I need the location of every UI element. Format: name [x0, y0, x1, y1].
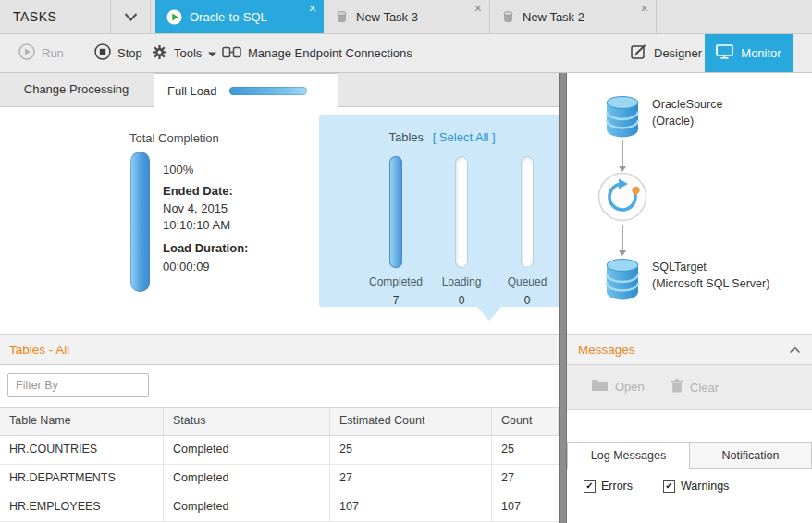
messages-tabs: Log Messages Notification — [567, 442, 812, 469]
clear-messages-button[interactable]: Clear — [671, 379, 719, 395]
cell-status: Completed — [164, 465, 330, 493]
queued-label: Queued — [488, 275, 566, 288]
run-label: Run — [42, 46, 64, 60]
cell-count: 25 — [492, 436, 559, 464]
warnings-label: Warnings — [681, 480, 729, 493]
connector-line — [622, 140, 623, 167]
trash-icon — [671, 379, 683, 395]
panel-splitter[interactable] — [559, 73, 567, 523]
run-button[interactable]: Run — [18, 34, 64, 72]
source-database-icon — [602, 95, 643, 140]
errors-filter: ✓ Errors — [584, 480, 633, 493]
monitor-button[interactable]: Monitor — [705, 34, 793, 72]
close-tab-icon[interactable]: × — [641, 2, 648, 15]
task-icon — [501, 10, 515, 24]
tasks-dropdown-button[interactable] — [110, 0, 151, 33]
table-row[interactable]: HR.COUNTRIES Completed 25 25 — [0, 436, 559, 465]
cell-table-name: HR.DEPARTMENTS — [0, 465, 164, 493]
target-endpoint-name: SQLTarget — [652, 261, 707, 274]
close-tab-icon[interactable]: × — [309, 2, 316, 15]
cell-table-name: HR.EMPLOYEES — [0, 493, 164, 521]
table-row[interactable]: HR.DEPARTMENTS Completed 27 27 — [0, 465, 559, 493]
source-endpoint-name: OracleSource — [652, 98, 722, 111]
load-duration-label: Load Duration: — [163, 241, 248, 255]
tab-new-task-3[interactable]: New Task 3 × — [324, 0, 490, 33]
source-endpoint-type: (Oracle) — [652, 115, 694, 128]
task-tab-bar: TASKS Oracle-to-SQL × Ne — [0, 0, 812, 34]
cell-status: Completed — [164, 436, 330, 464]
completion-percent: 100% — [163, 163, 193, 176]
endpoint-connections-icon — [222, 44, 241, 63]
load-mode-tabs: Change Processing Full Load — [0, 73, 559, 107]
stop-button[interactable]: Stop — [94, 34, 142, 72]
ended-time-value: 10:10:10 AM — [163, 218, 230, 232]
cell-table-name: HR.COUNTRIES — [0, 436, 164, 464]
tab-full-load[interactable]: Full Load — [154, 73, 338, 108]
clear-label: Clear — [690, 381, 719, 395]
warnings-checkbox[interactable]: ✓ — [663, 480, 675, 493]
tab-oracle-to-sql[interactable]: Oracle-to-SQL × — [155, 0, 324, 33]
tools-menu-button[interactable]: Tools — [152, 34, 216, 72]
connector-line — [622, 225, 623, 250]
target-database-icon — [602, 258, 643, 303]
tables-panel-pointer — [476, 306, 502, 321]
replication-sync-icon — [597, 172, 647, 225]
cell-estimated-count: 27 — [330, 465, 492, 493]
caret-down-icon — [208, 46, 216, 60]
gear-icon — [152, 44, 167, 63]
stop-icon — [94, 43, 111, 63]
filter-input[interactable] — [7, 373, 149, 397]
total-completion-label: Total Completion — [129, 131, 219, 145]
tab-label: New Task 3 — [356, 10, 418, 24]
chevron-down-icon — [124, 10, 138, 24]
messages-actions-bar: Open Clear — [567, 365, 812, 410]
tables-summary-panel: Tables [ Select All ] Completed Loading … — [319, 115, 565, 307]
arrow-down-icon — [619, 250, 626, 256]
cell-status: Completed — [164, 493, 330, 521]
queued-bar — [521, 156, 534, 268]
manage-endpoint-connections-button[interactable]: Manage Endpoint Connections — [222, 34, 412, 72]
tab-log-messages[interactable]: Log Messages — [567, 442, 690, 469]
full-load-label: Full Load — [167, 84, 216, 98]
run-play-icon — [18, 43, 35, 63]
column-header-estimated-count[interactable]: Estimated Count — [330, 408, 492, 435]
tab-label: New Task 2 — [523, 10, 584, 24]
collapse-messages-icon[interactable] — [789, 347, 801, 354]
errors-checkbox[interactable]: ✓ — [584, 480, 596, 493]
stop-label: Stop — [117, 46, 142, 60]
column-header-status[interactable]: Status — [164, 408, 330, 435]
warnings-filter: ✓ Warnings — [663, 480, 729, 493]
running-task-icon — [166, 9, 182, 25]
task-icon — [335, 10, 349, 24]
tab-new-task-2[interactable]: New Task 2 × — [490, 0, 657, 33]
target-endpoint-type: (Microsoft SQL Server) — [652, 277, 769, 290]
tables-all-header: Tables - All — [0, 334, 559, 365]
loading-bar — [455, 156, 468, 268]
table-row[interactable]: HR.EMPLOYEES Completed 107 107 — [0, 493, 559, 522]
ended-date-value: Nov 4, 2015 — [163, 201, 228, 215]
select-all-link[interactable]: [ Select All ] — [433, 130, 496, 144]
full-load-progress-bar — [229, 87, 307, 95]
log-filter-area: ✓ Errors ✓ Warnings — [567, 470, 812, 523]
tab-notification[interactable]: Notification — [690, 442, 812, 469]
close-tab-icon[interactable]: × — [474, 2, 482, 15]
queued-count: 0 — [488, 294, 566, 307]
designer-icon — [631, 44, 647, 63]
column-header-table-name[interactable]: Table Name — [0, 408, 164, 435]
cell-estimated-count: 25 — [330, 436, 492, 464]
tab-label: Oracle-to-SQL — [190, 10, 267, 24]
designer-button[interactable]: Designer — [631, 34, 702, 72]
manage-label: Manage Endpoint Connections — [248, 46, 412, 60]
tables-panel-title: Tables — [388, 130, 424, 144]
cell-count: 27 — [492, 465, 559, 493]
monitor-icon — [716, 44, 733, 62]
column-header-count[interactable]: Count — [492, 408, 559, 435]
tab-change-processing[interactable]: Change Processing — [0, 73, 153, 106]
open-message-button[interactable]: Open — [591, 379, 645, 395]
cell-count: 107 — [492, 493, 559, 521]
total-completion-bar — [130, 152, 150, 292]
tools-label: Tools — [174, 46, 202, 60]
load-duration-value: 00:00:09 — [163, 260, 210, 274]
folder-icon — [591, 379, 609, 395]
designer-label: Designer — [654, 46, 702, 60]
